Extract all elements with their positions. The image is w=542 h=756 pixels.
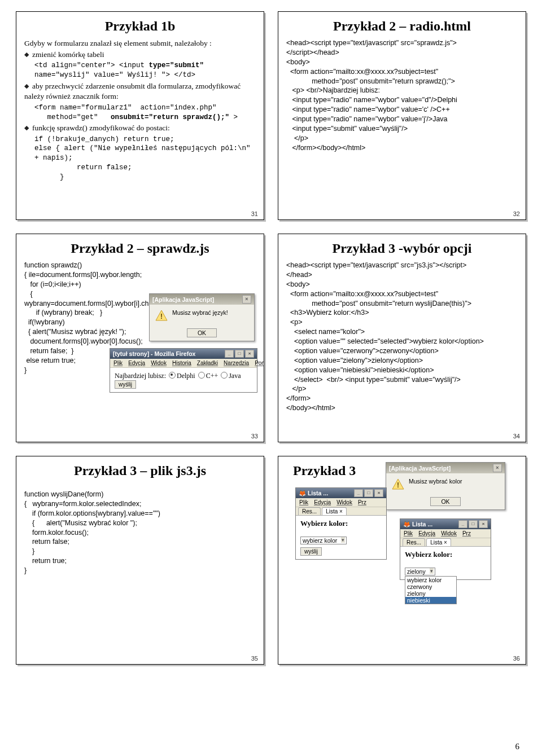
close-icon[interactable]: ×	[493, 464, 502, 472]
bullet: aby przechwycić zdarzenie onsubmit dla f…	[24, 81, 256, 102]
submit-button[interactable]: wyślij	[300, 547, 322, 556]
lead-text: Gdyby w formularzu znalazł się element s…	[24, 38, 256, 49]
browser-viewport: Najbardziej lubisz: Delphi C++ Java wyśl…	[110, 368, 257, 392]
radio-cpp[interactable]	[198, 372, 205, 379]
color-select[interactable]: wybierz kolor	[300, 537, 347, 544]
browser-window-2: 🦊 Lista ..._□× PlikEdycjaWidokPrz Res...…	[400, 518, 491, 580]
code-line: <form name="formularz1" action="index.ph…	[24, 103, 256, 122]
radio-java[interactable]	[221, 372, 228, 379]
ok-button[interactable]: OK	[430, 497, 460, 506]
code-block: <head><script type="text/javascript" src…	[286, 261, 518, 413]
tab-close-icon[interactable]: ×	[444, 539, 447, 546]
tab[interactable]: Lista ×	[426, 538, 451, 546]
browser-window-1: 🦊 Lista ..._□× PlikEdycjaWidokPrz Res...…	[295, 487, 387, 560]
firefox-window: [tytuł strony] - Mozilla Firefox _□× Pli…	[110, 348, 257, 393]
minimize-icon[interactable]: _	[225, 350, 234, 358]
dialog-message: Musisz wybrać język!	[172, 309, 228, 316]
slide-number: 31	[251, 210, 258, 217]
code-block: if (!brakuje_danych) return true; else {…	[24, 135, 256, 182]
warning-icon: !	[155, 309, 168, 322]
slide-title: Przykład 1b	[24, 19, 256, 34]
bullet: funkcję sprawdz() zmodyfikować do postac…	[24, 123, 256, 133]
tab[interactable]: Res...	[298, 507, 321, 515]
slide-number: 34	[513, 433, 520, 439]
code-block: function wyslijDane(form) { wybrany=form…	[24, 490, 256, 575]
slide-number: 33	[251, 433, 258, 439]
svg-text:!: !	[397, 481, 399, 489]
slide-32: Przykład 2 – radio.html <head><script ty…	[278, 11, 526, 220]
alert-dialog: [Aplikacja JavaScript]× ! Musisz wybrać …	[386, 462, 505, 510]
heading: Wybierz kolor:	[300, 519, 348, 528]
slide-title: Przykład 3 -wybór opcji	[286, 241, 518, 256]
color-select[interactable]: zielony	[405, 568, 435, 575]
code-block: <head><script type="text/javascript" src…	[286, 38, 518, 153]
slide-35: Przykład 3 – plik js3.js function wyslij…	[16, 456, 264, 665]
minimize-icon[interactable]: _	[354, 489, 363, 497]
menubar[interactable]: Plik Edycja Widok Historia Zakładki Narz…	[110, 359, 257, 368]
tab[interactable]: Lista ×	[322, 507, 347, 515]
slide-31: Przykład 1b Gdyby w formularzu znalazł s…	[16, 11, 264, 220]
tab[interactable]: Res...	[403, 538, 425, 546]
dialog-message: Musisz wybrać kolor	[409, 478, 462, 485]
close-icon[interactable]: ×	[479, 520, 488, 528]
maximize-icon[interactable]: □	[235, 350, 244, 358]
slide-number: 32	[513, 210, 520, 217]
maximize-icon[interactable]: □	[364, 489, 373, 497]
slide-number: 35	[251, 655, 258, 662]
slide-title: Przykład 2 – radio.html	[286, 19, 518, 34]
heading: Wybierz kolor:	[405, 550, 452, 559]
code-line: <td align="center"> <input type="submit"…	[24, 61, 256, 80]
close-icon[interactable]: ×	[374, 489, 383, 497]
close-icon[interactable]: ×	[245, 350, 254, 358]
minimize-icon[interactable]: _	[458, 520, 467, 528]
slide-title: Przykład 3 – plik js3.js	[24, 463, 256, 478]
bullet: zmienić komórkę tabeli	[24, 50, 256, 60]
select-dropdown[interactable]: wybierz kolor czerwony zielony niebieski	[405, 576, 457, 604]
maximize-icon[interactable]: □	[469, 520, 478, 528]
close-icon[interactable]: ×	[242, 295, 251, 304]
slide-34: Przykład 3 -wybór opcji <head><script ty…	[278, 234, 526, 442]
ok-button[interactable]: OK	[187, 328, 217, 337]
slide-title: Przykład 2 – sprawdz.js	[24, 241, 256, 256]
dialog-titlebar: [Aplikacja JavaScript] ×	[150, 294, 254, 305]
svg-text:!: !	[160, 313, 163, 320]
slide-33: Przykład 2 – sprawdz.js function sprawdz…	[16, 234, 264, 442]
slide-number: 36	[513, 655, 520, 662]
radio-delphi[interactable]	[169, 372, 176, 379]
alert-dialog: [Aplikacja JavaScript] × ! Musisz wybrać…	[149, 293, 255, 341]
page-number: 6	[515, 742, 520, 751]
slide-36: Przykład 3 [Aplikacja JavaScript]× ! Mus…	[278, 456, 526, 665]
tab-close-icon[interactable]: ×	[339, 508, 343, 515]
warning-icon: !	[392, 478, 404, 490]
submit-button[interactable]: wyślij	[115, 380, 136, 389]
window-titlebar: [tytuł strony] - Mozilla Firefox _□×	[110, 349, 257, 359]
